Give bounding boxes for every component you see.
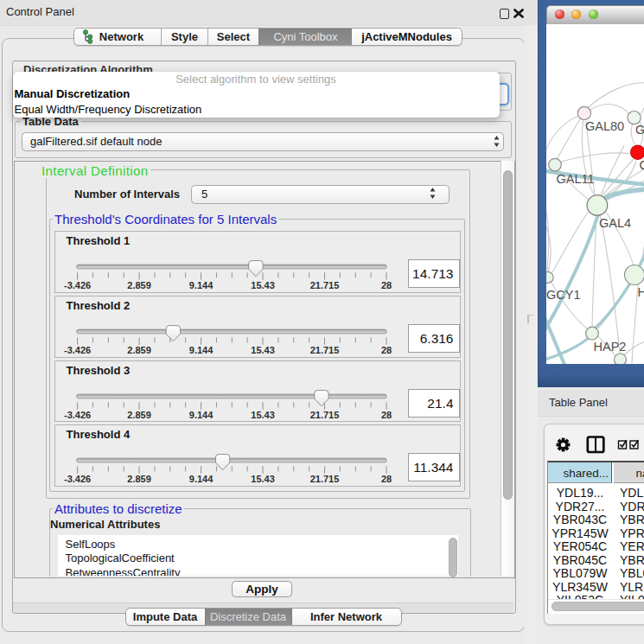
svg-text:GA: GA	[635, 123, 644, 137]
svg-text:-3.426: -3.426	[63, 474, 90, 483]
svg-text:28: 28	[380, 474, 391, 483]
svg-text:HAP2: HAP2	[593, 339, 626, 353]
svg-text:H: H	[637, 284, 644, 298]
svg-text:28: 28	[380, 345, 391, 354]
svg-text:GAL4: GAL4	[599, 215, 631, 229]
svg-text:15.43: 15.43	[251, 410, 275, 419]
svg-text:2.859: 2.859	[127, 410, 151, 419]
svg-text:-3.426: -3.426	[63, 280, 90, 290]
svg-text:21.715: 21.715	[309, 410, 339, 419]
svg-text:2.859: 2.859	[127, 345, 151, 354]
svg-text:9.144: 9.144	[188, 410, 213, 419]
svg-text:-3.426: -3.426	[63, 410, 90, 419]
svg-text:28: 28	[380, 410, 391, 419]
svg-text:GAL80: GAL80	[585, 119, 624, 133]
svg-text:9.144: 9.144	[188, 280, 213, 290]
svg-text:21.715: 21.715	[309, 474, 339, 483]
svg-text:GAL11: GAL11	[556, 171, 594, 185]
svg-text:21.715: 21.715	[309, 280, 339, 290]
svg-text:28: 28	[380, 280, 391, 290]
svg-text:2.859: 2.859	[127, 280, 151, 290]
svg-text:C: C	[639, 158, 644, 172]
svg-text:-3.426: -3.426	[63, 345, 90, 354]
svg-text:15.43: 15.43	[251, 280, 275, 290]
svg-text:2.859: 2.859	[127, 474, 151, 483]
svg-text:15.43: 15.43	[251, 474, 275, 483]
svg-text:9.144: 9.144	[188, 345, 213, 354]
svg-text:GCY1: GCY1	[546, 288, 581, 302]
svg-text:21.715: 21.715	[309, 345, 339, 354]
svg-text:15.43: 15.43	[251, 345, 275, 354]
svg-text:9.144: 9.144	[188, 474, 213, 483]
